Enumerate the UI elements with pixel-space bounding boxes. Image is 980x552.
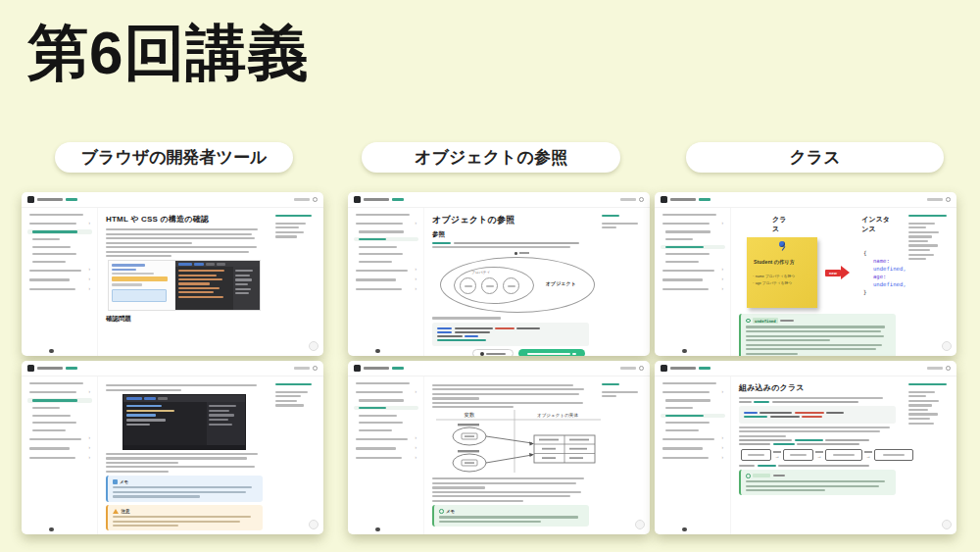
link-placeholder[interactable] xyxy=(908,391,935,393)
sidebar-item[interactable] xyxy=(27,252,92,256)
link-placeholder[interactable] xyxy=(908,413,938,415)
github-icon[interactable] xyxy=(682,527,687,532)
sidebar-item[interactable] xyxy=(27,428,92,432)
sidebar-item[interactable]: › xyxy=(354,389,418,396)
devtools-tab[interactable] xyxy=(158,397,168,400)
scroll-top-button[interactable] xyxy=(309,520,318,529)
sidebar-item[interactable] xyxy=(354,229,418,233)
inline-link-placeholder[interactable] xyxy=(432,242,451,244)
scroll-top-button[interactable] xyxy=(942,341,952,351)
link-placeholder[interactable] xyxy=(602,391,638,393)
link-placeholder[interactable] xyxy=(602,395,616,397)
link-placeholder[interactable] xyxy=(908,226,926,228)
sidebar-item[interactable] xyxy=(661,398,725,402)
sidebar-item[interactable] xyxy=(354,260,418,264)
sidebar-item[interactable] xyxy=(354,406,418,410)
link-placeholder[interactable] xyxy=(602,226,616,228)
sidebar-item[interactable] xyxy=(27,245,92,249)
inline-link-placeholder[interactable] xyxy=(795,439,823,441)
sidebar-item[interactable] xyxy=(27,237,92,241)
sidebar-item[interactable]: › xyxy=(27,455,92,462)
sidebar-item[interactable]: › xyxy=(354,276,418,283)
devtools-tab[interactable] xyxy=(126,397,142,400)
link-placeholder[interactable] xyxy=(908,395,926,397)
sidebar-item[interactable] xyxy=(661,229,725,233)
github-icon[interactable] xyxy=(49,527,54,532)
sidebar-item[interactable]: › xyxy=(661,286,725,293)
sidebar-item[interactable] xyxy=(354,414,418,418)
inline-link-placeholder[interactable] xyxy=(758,465,776,467)
sidebar-item[interactable] xyxy=(354,381,418,385)
header-link-placeholder[interactable] xyxy=(392,367,404,369)
link-placeholder[interactable] xyxy=(275,404,304,406)
help-icon[interactable] xyxy=(946,366,952,372)
header-link-placeholder[interactable] xyxy=(699,367,710,369)
devtools-tab[interactable] xyxy=(178,263,192,266)
sidebar-item[interactable]: › xyxy=(661,435,725,442)
link-placeholder[interactable] xyxy=(275,391,308,393)
link-placeholder[interactable] xyxy=(908,249,930,251)
devtools-tab[interactable] xyxy=(144,397,156,400)
sidebar-item[interactable] xyxy=(354,252,418,256)
sidebar-item[interactable] xyxy=(27,260,92,264)
scroll-top-button[interactable] xyxy=(309,341,318,351)
header-link-placeholder[interactable] xyxy=(392,198,404,200)
link-placeholder[interactable] xyxy=(602,223,638,225)
link-placeholder[interactable] xyxy=(908,404,932,406)
link-placeholder[interactable] xyxy=(908,244,938,246)
link-placeholder[interactable] xyxy=(908,423,934,425)
sidebar-item[interactable]: › xyxy=(661,389,725,396)
link-placeholder[interactable] xyxy=(275,395,301,397)
sidebar-item[interactable]: › xyxy=(354,445,418,452)
help-icon[interactable] xyxy=(313,197,318,203)
sidebar-item[interactable] xyxy=(661,381,725,385)
toc-link-active[interactable] xyxy=(275,215,312,217)
sidebar-item[interactable] xyxy=(661,421,725,425)
link-placeholder[interactable] xyxy=(275,223,306,225)
sidebar-item[interactable]: › xyxy=(27,221,92,227)
sidebar-item[interactable] xyxy=(354,428,418,432)
sidebar-item[interactable]: › xyxy=(661,267,725,274)
sidebar-item[interactable] xyxy=(661,428,725,432)
link-placeholder[interactable] xyxy=(908,240,928,242)
sidebar-item[interactable] xyxy=(27,421,92,425)
header-link-placeholder[interactable] xyxy=(66,198,77,200)
github-icon[interactable] xyxy=(682,349,687,354)
link-placeholder[interactable] xyxy=(275,226,299,228)
github-icon[interactable] xyxy=(375,349,380,354)
sidebar-item[interactable]: › xyxy=(27,276,92,283)
sidebar-item[interactable]: › xyxy=(27,389,92,396)
sidebar-item[interactable]: › xyxy=(354,221,418,227)
sidebar-item[interactable] xyxy=(661,237,725,241)
toc-link-active[interactable] xyxy=(275,383,312,385)
sidebar-item[interactable] xyxy=(27,213,92,217)
link-placeholder[interactable] xyxy=(908,409,928,411)
sidebar-item[interactable] xyxy=(27,381,92,385)
github-icon[interactable] xyxy=(375,527,380,532)
sidebar-item[interactable]: › xyxy=(354,286,418,293)
link-placeholder[interactable] xyxy=(908,231,939,233)
toc-link-active[interactable] xyxy=(602,383,619,385)
help-icon[interactable] xyxy=(946,197,952,203)
help-icon[interactable] xyxy=(313,366,318,372)
sidebar-item[interactable]: › xyxy=(661,221,725,227)
sidebar-item[interactable] xyxy=(661,406,725,410)
sidebar-item[interactable]: › xyxy=(354,435,418,442)
sidebar-item[interactable] xyxy=(354,237,418,241)
link-placeholder[interactable] xyxy=(908,254,934,256)
sidebar-item[interactable] xyxy=(27,414,92,418)
link-placeholder[interactable] xyxy=(275,235,297,237)
sidebar-item[interactable]: › xyxy=(661,445,725,452)
sidebar-item[interactable] xyxy=(661,252,725,256)
sidebar-item[interactable]: › xyxy=(661,455,725,462)
sidebar-item[interactable] xyxy=(27,406,92,410)
toc-link-active[interactable] xyxy=(908,383,947,385)
link-placeholder[interactable] xyxy=(908,418,930,420)
sidebar-item[interactable] xyxy=(354,398,418,402)
sidebar-item[interactable] xyxy=(661,213,725,217)
devtools-tab[interactable] xyxy=(217,263,225,266)
sidebar-item[interactable] xyxy=(27,398,92,402)
sidebar-item[interactable]: › xyxy=(354,267,418,274)
copy-code-button[interactable] xyxy=(472,349,514,356)
sidebar-item[interactable] xyxy=(354,213,418,217)
